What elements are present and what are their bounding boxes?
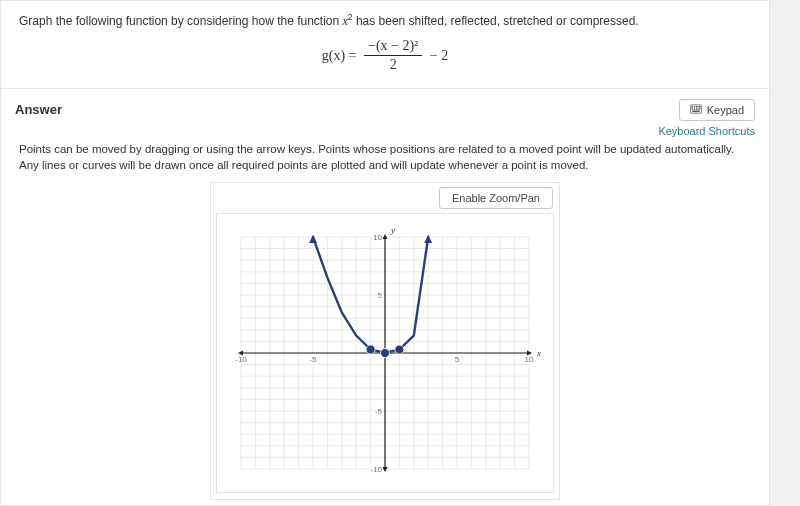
answer-bar: Answer Keypad Keyboard Shortcuts — [1, 89, 769, 139]
svg-marker-69 — [424, 235, 432, 243]
svg-text:-10: -10 — [235, 355, 247, 364]
keypad-icon — [690, 104, 702, 116]
svg-rect-8 — [698, 108, 700, 110]
keypad-label: Keypad — [707, 104, 744, 116]
svg-marker-68 — [309, 235, 317, 243]
draggable-point[interactable] — [381, 348, 390, 357]
keypad-button[interactable]: Keypad — [679, 99, 755, 121]
question-section: Graph the following function by consider… — [1, 1, 769, 89]
right-gutter — [770, 0, 800, 506]
formula-tail: − 2 — [430, 48, 448, 63]
svg-text:-10: -10 — [370, 465, 382, 474]
svg-marker-57 — [383, 467, 388, 472]
answer-label: Answer — [15, 99, 62, 117]
svg-rect-6 — [693, 108, 695, 110]
svg-rect-9 — [692, 110, 700, 112]
draggable-point[interactable] — [366, 345, 375, 354]
svg-text:y: y — [390, 225, 395, 235]
svg-rect-3 — [696, 106, 698, 108]
svg-rect-1 — [691, 106, 693, 108]
draggable-point[interactable] — [395, 345, 404, 354]
prompt-pre: Graph the following function by consider… — [19, 14, 343, 28]
svg-text:-5: -5 — [309, 355, 317, 364]
svg-text:x: x — [536, 348, 541, 358]
svg-marker-56 — [383, 234, 388, 239]
svg-rect-7 — [696, 108, 698, 110]
formula: g(x) = −(x − 2)² 2 − 2 — [19, 38, 751, 74]
formula-numerator: −(x − 2)² — [364, 38, 422, 56]
svg-rect-5 — [691, 108, 693, 110]
svg-rect-4 — [698, 106, 700, 108]
svg-text:5: 5 — [378, 291, 383, 300]
hint-text: Points can be moved by dragging or using… — [1, 139, 769, 178]
prompt-exp: 2 — [348, 12, 353, 22]
question-text: Graph the following function by consider… — [19, 11, 751, 30]
prompt-post: has been shifted, reflected, stretched o… — [356, 14, 639, 28]
formula-denominator: 2 — [364, 56, 422, 74]
plot-area[interactable]: -10-5510-10-5510xy — [216, 213, 554, 493]
svg-text:-5: -5 — [375, 407, 383, 416]
formula-lhs: g(x) = — [322, 48, 360, 63]
coordinate-plane[interactable]: -10-5510-10-5510xy — [225, 221, 545, 485]
svg-text:5: 5 — [455, 355, 460, 364]
svg-text:10: 10 — [525, 355, 534, 364]
svg-rect-2 — [693, 106, 695, 108]
enable-zoom-pan-button[interactable]: Enable Zoom/Pan — [439, 187, 553, 209]
keyboard-shortcuts-link[interactable]: Keyboard Shortcuts — [658, 125, 755, 137]
graph-container: Enable Zoom/Pan -10-5510-10-5510xy — [210, 182, 560, 500]
svg-text:10: 10 — [373, 233, 382, 242]
formula-fraction: −(x − 2)² 2 — [364, 38, 422, 74]
